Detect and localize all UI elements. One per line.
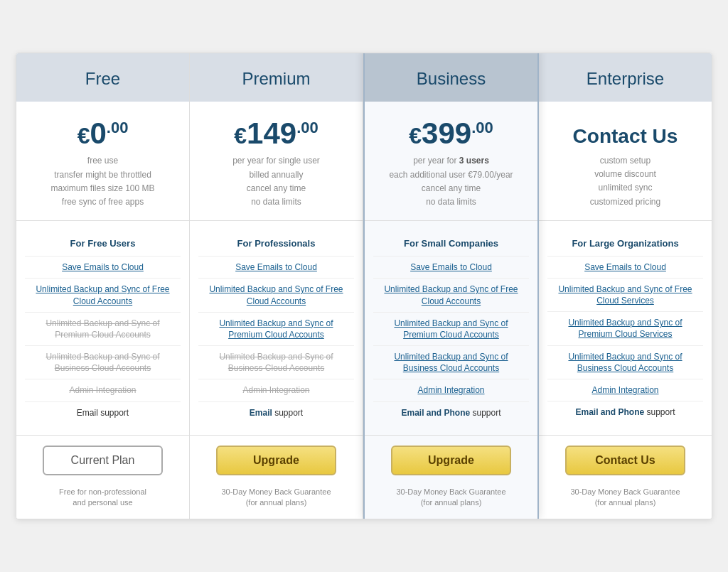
feature-section-title-enterprise: For Large Organizations (547, 232, 703, 256)
feature-item-enterprise-1[interactable]: Unlimited Backup and Sync of Free Cloud … (547, 278, 703, 311)
plan-price-premium: €149.00per year for single userbilled an… (190, 102, 363, 221)
feature-item-premium-0[interactable]: Save Emails to Cloud (198, 256, 354, 278)
plan-column-premium: Premium€149.00per year for single userbi… (190, 53, 363, 518)
feature-section-title-business: For Small Companies (373, 232, 529, 256)
feature-item-free-1[interactable]: Unlimited Backup and Sync of Free Cloud … (25, 278, 181, 311)
feature-item-business-3[interactable]: Unlimited Backup and Sync of Business Cl… (373, 345, 529, 379)
feature-section-title-premium: For Professionals (198, 232, 354, 256)
feature-item-business-4[interactable]: Admin Integration (373, 379, 529, 401)
pricing-table: Free€0.00free usetransfer might be throt… (16, 53, 712, 519)
plan-price-enterprise: Contact Uscustom setupvolume discountunl… (539, 102, 712, 220)
plan-column-enterprise: EnterpriseContact Uscustom setupvolume d… (539, 53, 712, 518)
price-sub-free: free usetransfer might be throttledmaxim… (28, 154, 178, 209)
plan-btn-business[interactable]: Upgrade (391, 446, 511, 475)
feature-item-free-2: Unlimited Backup and Sync of Premium Clo… (25, 312, 181, 345)
plan-name-premium: Premium (242, 69, 310, 88)
plan-header-premium: Premium (190, 53, 363, 102)
plan-btn-free[interactable]: Current Plan (43, 446, 163, 475)
feature-item-free-5: Email support (25, 401, 181, 423)
plan-header-business: Business (365, 53, 537, 102)
feature-item-business-0[interactable]: Save Emails to Cloud (373, 256, 529, 278)
plan-btn-section-enterprise: Contact Us (539, 435, 712, 481)
plan-guarantee-enterprise: 30-Day Money Back Guarantee(for annual p… (539, 481, 712, 519)
plan-guarantee-free: Free for non-professionaland personal us… (16, 481, 189, 519)
price-sub-business: per year for 3 userseach additional user… (376, 154, 526, 209)
feature-item-premium-2[interactable]: Unlimited Backup and Sync of Premium Clo… (198, 312, 354, 345)
plan-features-enterprise: For Large OrganizationsSave Emails to Cl… (539, 221, 712, 435)
feature-item-enterprise-4[interactable]: Admin Integration (547, 379, 703, 401)
plan-btn-enterprise[interactable]: Contact Us (565, 446, 685, 475)
plan-btn-premium[interactable]: Upgrade (216, 446, 336, 475)
feature-item-premium-4: Admin Integration (198, 379, 354, 401)
feature-item-enterprise-5: Email and Phone support (547, 401, 703, 423)
plan-guarantee-business: 30-Day Money Back Guarantee(for annual p… (365, 481, 537, 519)
plan-name-enterprise: Enterprise (587, 69, 664, 88)
feature-item-enterprise-3[interactable]: Unlimited Backup and Sync of Business Cl… (547, 345, 703, 379)
plan-name-free: Free (85, 69, 120, 88)
plan-header-enterprise: Enterprise (539, 53, 712, 102)
feature-section-title-free: For Free Users (25, 232, 181, 256)
plan-features-free: For Free UsersSave Emails to CloudUnlimi… (16, 221, 189, 435)
plan-column-business: Business€399.00per year for 3 userseach … (363, 53, 539, 518)
feature-item-premium-5: Email support (198, 401, 354, 423)
plan-price-free: €0.00free usetransfer might be throttled… (16, 102, 189, 221)
plan-features-business: For Small CompaniesSave Emails to CloudU… (365, 221, 537, 435)
plan-column-free: Free€0.00free usetransfer might be throt… (16, 53, 190, 518)
plan-guarantee-premium: 30-Day Money Back Guarantee(for annual p… (190, 481, 363, 519)
price-contact-enterprise: Contact Us (550, 119, 700, 149)
plan-btn-section-free: Current Plan (16, 435, 189, 481)
feature-item-enterprise-0[interactable]: Save Emails to Cloud (547, 256, 703, 278)
feature-item-free-0[interactable]: Save Emails to Cloud (25, 256, 181, 278)
feature-item-free-3: Unlimited Backup and Sync of Business Cl… (25, 345, 181, 379)
price-amount-business: €399.00 (376, 119, 526, 149)
feature-item-business-5: Email and Phone support (373, 401, 529, 423)
plan-price-business: €399.00per year for 3 userseach addition… (365, 102, 537, 221)
feature-item-business-1[interactable]: Unlimited Backup and Sync of Free Cloud … (373, 278, 529, 311)
feature-item-premium-3: Unlimited Backup and Sync of Business Cl… (198, 345, 354, 379)
plan-header-free: Free (16, 53, 189, 102)
feature-item-premium-1[interactable]: Unlimited Backup and Sync of Free Cloud … (198, 278, 354, 311)
price-sub-premium: per year for single userbilled annuallyc… (201, 154, 351, 209)
feature-item-business-2[interactable]: Unlimited Backup and Sync of Premium Clo… (373, 312, 529, 345)
feature-item-free-4: Admin Integration (25, 379, 181, 401)
price-sub-enterprise: custom setupvolume discountunlimited syn… (550, 154, 700, 209)
plan-features-premium: For ProfessionalsSave Emails to CloudUnl… (190, 221, 363, 435)
price-amount-premium: €149.00 (201, 119, 351, 149)
plan-btn-section-business: Upgrade (365, 435, 537, 481)
plan-btn-section-premium: Upgrade (190, 435, 363, 481)
plan-name-business: Business (417, 69, 486, 88)
feature-item-enterprise-2[interactable]: Unlimited Backup and Sync of Premium Clo… (547, 311, 703, 345)
price-amount-free: €0.00 (28, 119, 178, 149)
